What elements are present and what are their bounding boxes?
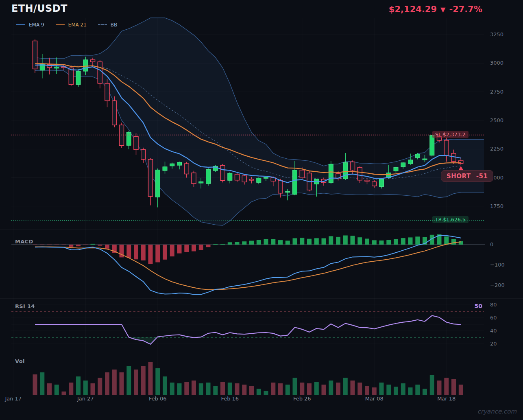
rsi-current-value: 50 <box>466 303 482 309</box>
date-axis-label: Feb 06 <box>144 396 172 402</box>
date-axis-label: Jan 27 <box>71 396 100 402</box>
price-axis-label: 2750 <box>490 89 503 95</box>
macd-axis-label: 0 <box>490 241 493 247</box>
rsi-axis-label: 60 <box>490 315 497 321</box>
price-axis-label: 2500 <box>490 117 503 123</box>
stop-loss-label: SL $2,373.2 <box>432 131 469 138</box>
signal-value: -51 <box>476 173 488 180</box>
macd-axis-label: −100 <box>490 262 505 268</box>
rsi-panel-label: RSI 14 <box>15 303 35 309</box>
trading-chart-app: ETH/USDT $2,124.29 ▼ -27.7% EMA 9EMA 21B… <box>0 0 523 420</box>
price-axis-label: 2250 <box>490 146 503 152</box>
take-profit-label: TP $1,626.5 <box>432 216 469 223</box>
rsi-panel <box>11 305 484 344</box>
date-axis-label: Jan 17 <box>0 396 28 402</box>
watermark: cryance.com <box>477 408 516 415</box>
date-axis-label: Mar 08 <box>360 396 388 402</box>
rsi-axis-label: 20 <box>490 341 497 347</box>
rsi-axis-label: 40 <box>490 328 497 334</box>
price-axis-label: 3250 <box>490 31 503 37</box>
date-axis-label: Mar 18 <box>432 396 461 402</box>
signal-side-label: SHORT <box>447 173 471 180</box>
macd-panel <box>11 234 485 295</box>
price-panel <box>33 18 484 225</box>
rsi-axis-label: 80 <box>490 302 497 308</box>
date-axis-label: Feb 26 <box>288 396 316 402</box>
macd-axis-label: −200 <box>490 282 505 288</box>
volume-panel-label: Vol <box>15 358 25 364</box>
macd-panel-label: MACD <box>15 238 33 245</box>
volume-panel <box>33 362 463 395</box>
price-axis-label: 1750 <box>490 203 503 209</box>
date-axis-label: Feb 16 <box>216 396 244 402</box>
chart-canvas[interactable] <box>0 0 523 420</box>
short-signal-badge: SHORT -51 <box>441 170 493 182</box>
price-axis-label: 3000 <box>490 60 503 66</box>
